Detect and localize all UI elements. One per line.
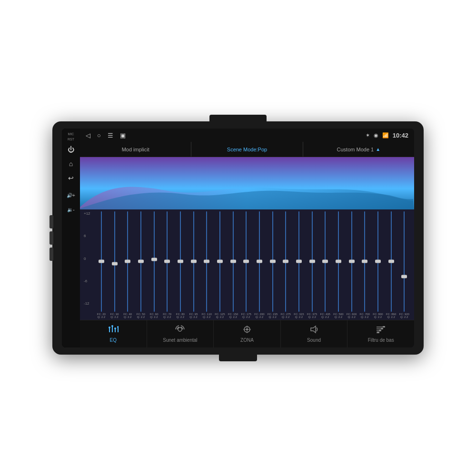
mode-scene[interactable]: Scene Mode:Pop xyxy=(191,142,303,157)
eq-band-label-80: FC: 80Q: 2.2 xyxy=(176,313,185,319)
tab-sunet[interactable]: Sunet ambiental xyxy=(147,320,214,347)
eq-band-label-860: FC: 860Q: 2.2 xyxy=(386,313,396,319)
eq-slider-handle-315[interactable] xyxy=(296,260,302,263)
eq-slider-track-860 xyxy=(385,211,397,312)
eq-slider-handle-275[interactable] xyxy=(283,260,288,263)
home-nav-icon[interactable]: ○ xyxy=(97,132,101,139)
eq-slider-handle-95[interactable] xyxy=(191,260,197,263)
svg-marker-13 xyxy=(311,326,316,333)
vol-down-icon[interactable]: 🔉- xyxy=(64,203,78,216)
eq-slider-handle-125[interactable] xyxy=(217,260,223,263)
wifi-icon: 📶 xyxy=(382,132,389,139)
tab-eq[interactable]: EQ xyxy=(80,320,147,347)
eq-slider-track-175 xyxy=(240,211,252,312)
eq-band-800[interactable]: FC: 800Q: 2.2 xyxy=(372,211,384,319)
eq-slider-track-110 xyxy=(200,211,213,312)
eq-slider-handle-200[interactable] xyxy=(257,260,262,263)
eq-slider-handle-50[interactable] xyxy=(138,260,144,263)
side-button-1[interactable] xyxy=(50,215,53,228)
eq-slider-line-920 xyxy=(404,211,405,312)
eq-slider-handle-30[interactable] xyxy=(112,262,118,265)
eq-slider-handle-70[interactable] xyxy=(164,260,170,263)
svg-point-7 xyxy=(117,326,119,328)
tab-bar: EQ Sunet ambiental xyxy=(80,320,414,347)
svg-point-5 xyxy=(114,327,116,329)
main-content: ◁ ○ ☰ ▣ ✶ ◉ 📶 10:42 Mod implicit xyxy=(80,129,414,347)
tab-zona[interactable]: ZONA xyxy=(214,320,281,347)
eq-slider-handle-60[interactable] xyxy=(151,258,157,261)
eq-slider-handle-20[interactable] xyxy=(99,260,104,263)
eq-band-275[interactable]: FC: 275Q: 2.2 xyxy=(279,211,292,319)
mode-custom[interactable]: Custom Mode 1 ▲ xyxy=(303,142,414,157)
eq-band-110[interactable]: FC: 110Q: 2.2 xyxy=(200,211,213,319)
tab-filtru[interactable]: Filtru de bas xyxy=(347,320,414,347)
side-button-3[interactable] xyxy=(50,248,53,261)
eq-slider-handle-435[interactable] xyxy=(322,260,328,263)
eq-band-50[interactable]: FC: 50Q: 2.2 xyxy=(135,211,147,319)
eq-band-315[interactable]: FC: 315Q: 2.2 xyxy=(293,211,305,319)
menu-nav-icon[interactable]: ☰ xyxy=(108,132,113,139)
scale-minus12: -12 xyxy=(84,301,90,306)
eq-band-235[interactable]: FC: 235Q: 2.2 xyxy=(267,211,279,319)
eq-slider-handle-235[interactable] xyxy=(270,260,276,263)
tab-sound-label: Sound xyxy=(307,337,321,343)
eq-band-700[interactable]: FC: 700Q: 2.2 xyxy=(358,211,371,319)
back-sidebar-icon[interactable]: ↩ xyxy=(64,171,78,185)
home-sidebar-icon[interactable]: ⌂ xyxy=(64,157,78,170)
window-nav-icon[interactable]: ▣ xyxy=(120,132,126,139)
eq-slider-handle-700[interactable] xyxy=(362,260,367,263)
eq-band-80[interactable]: FC: 80Q: 2.2 xyxy=(174,211,187,319)
tab-sound[interactable]: Sound xyxy=(281,320,348,347)
left-sidebar: MIC RST ⏻ ⌂ ↩ 🔊+ 🔉- xyxy=(62,129,80,347)
side-button-2[interactable] xyxy=(50,231,53,245)
eq-band-label-20: FC: 20Q: 2.2 xyxy=(97,313,106,319)
svg-point-3 xyxy=(111,325,113,327)
tab-eq-label: EQ xyxy=(110,337,117,343)
eq-band-40[interactable]: FC: 40Q: 2.2 xyxy=(121,211,134,319)
eq-band-label-275: FC: 275Q: 2.2 xyxy=(281,313,291,319)
svg-point-8 xyxy=(178,327,182,331)
eq-band-600[interactable]: FC: 600Q: 2.2 xyxy=(346,211,358,319)
eq-slider-track-40 xyxy=(121,211,134,312)
eq-band-20[interactable]: FC: 20Q: 2.2 xyxy=(95,211,108,319)
eq-slider-handle-860[interactable] xyxy=(388,260,394,263)
eq-band-500[interactable]: FC: 500Q: 2.2 xyxy=(332,211,345,319)
eq-band-60[interactable]: FC: 60Q: 2.2 xyxy=(148,211,160,319)
eq-band-label-95: FC: 95Q: 2.2 xyxy=(189,313,198,319)
vol-up-icon[interactable]: 🔊+ xyxy=(64,188,78,202)
eq-band-435[interactable]: FC: 435Q: 2.2 xyxy=(319,211,331,319)
eq-slider-handle-920[interactable] xyxy=(401,275,407,278)
svg-rect-21 xyxy=(377,332,379,333)
eq-slider-handle-500[interactable] xyxy=(336,260,341,263)
eq-band-label-600: FC: 600Q: 2.2 xyxy=(347,313,357,319)
eq-band-200[interactable]: FC: 200Q: 2.2 xyxy=(253,211,266,319)
eq-band-125[interactable]: FC: 125Q: 2.2 xyxy=(214,211,226,319)
svg-rect-19 xyxy=(381,328,383,329)
eq-slider-handle-375[interactable] xyxy=(309,260,315,263)
eq-band-70[interactable]: FC: 70Q: 2.2 xyxy=(161,211,173,319)
eq-band-860[interactable]: FC: 860Q: 2.2 xyxy=(385,211,397,319)
back-nav-icon[interactable]: ◁ xyxy=(86,132,90,139)
eq-slider-handle-600[interactable] xyxy=(349,260,355,263)
screen: MIC RST ⏻ ⌂ ↩ 🔊+ 🔉- ◁ ○ ☰ ▣ ✶ ◉ 📶 xyxy=(62,129,414,347)
eq-band-175[interactable]: FC: 175Q: 2.2 xyxy=(240,211,252,319)
eq-band-label-700: FC: 700Q: 2.2 xyxy=(360,313,370,319)
eq-band-150[interactable]: FC: 150Q: 2.2 xyxy=(227,211,239,319)
eq-band-920[interactable]: FC: 920Q: 2.2 xyxy=(398,211,410,319)
eq-slider-handle-175[interactable] xyxy=(243,260,249,263)
eq-slider-handle-40[interactable] xyxy=(125,260,130,263)
eq-slider-handle-800[interactable] xyxy=(375,260,381,263)
status-bar: ◁ ○ ☰ ▣ ✶ ◉ 📶 10:42 xyxy=(80,129,414,142)
eq-tab-icon xyxy=(108,325,119,336)
power-icon[interactable]: ⏻ xyxy=(64,143,78,156)
eq-slider-handle-150[interactable] xyxy=(230,260,236,263)
eq-band-375[interactable]: FC: 375Q: 2.2 xyxy=(306,211,318,319)
eq-band-30[interactable]: FC: 30Q: 2.2 xyxy=(109,211,121,319)
eq-slider-handle-80[interactable] xyxy=(178,260,183,263)
eq-band-label-30: FC: 30Q: 2.2 xyxy=(110,313,119,319)
mode-implicit[interactable]: Mod implicit xyxy=(80,142,191,157)
scale-6: 6 xyxy=(84,234,90,238)
eq-band-label-175: FC: 175Q: 2.2 xyxy=(241,313,251,319)
eq-slider-handle-110[interactable] xyxy=(204,260,209,263)
eq-band-95[interactable]: FC: 95Q: 2.2 xyxy=(188,211,200,319)
